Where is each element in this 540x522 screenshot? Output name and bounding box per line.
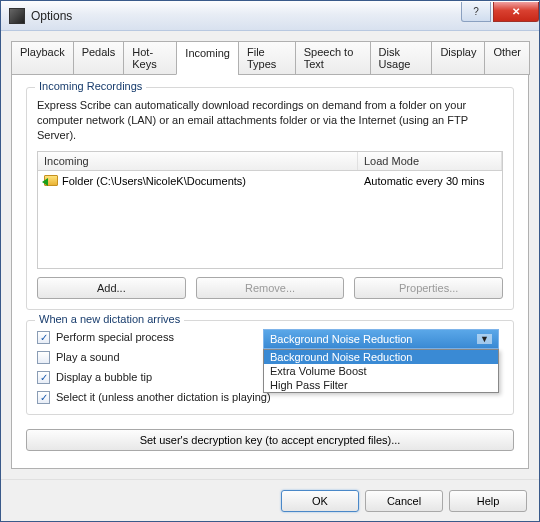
window-title: Options bbox=[31, 9, 461, 23]
footer: OK Cancel Help bbox=[1, 479, 539, 521]
tab-hotkeys[interactable]: Hot-Keys bbox=[123, 41, 177, 75]
set-decryption-key-button[interactable]: Set user's decryption key (to accept enc… bbox=[26, 429, 514, 451]
tab-speech[interactable]: Speech to Text bbox=[295, 41, 371, 75]
row-mode: Automatic every 30 mins bbox=[358, 173, 502, 189]
folder-icon bbox=[44, 175, 58, 186]
remove-button[interactable]: Remove... bbox=[196, 277, 345, 299]
tab-incoming[interactable]: Incoming bbox=[176, 41, 239, 75]
client-area: Playback Pedals Hot-Keys Incoming File T… bbox=[1, 31, 539, 479]
incoming-listview[interactable]: Incoming Load Mode Folder (C:\Users\Nico… bbox=[37, 151, 503, 269]
row-label: Folder (C:\Users\NicoleK\Documents) bbox=[62, 175, 246, 187]
dropdown-selected: Background Noise Reduction bbox=[270, 333, 412, 345]
tab-playback[interactable]: Playback bbox=[11, 41, 74, 75]
dropdown-item[interactable]: Extra Volume Boost bbox=[264, 364, 498, 378]
checkbox-bubble[interactable]: ✓ bbox=[37, 371, 50, 384]
dropdown-list: Background Noise Reduction Extra Volume … bbox=[263, 349, 499, 393]
label-perform: Perform special process bbox=[56, 331, 174, 343]
checkbox-perform[interactable]: ✓ bbox=[37, 331, 50, 344]
tabpage-incoming: Incoming Recordings Express Scribe can a… bbox=[11, 74, 529, 469]
checkbox-sound[interactable] bbox=[37, 351, 50, 364]
ok-button[interactable]: OK bbox=[281, 490, 359, 512]
label-sound: Play a sound bbox=[56, 351, 120, 363]
tab-diskusage[interactable]: Disk Usage bbox=[370, 41, 433, 75]
close-icon[interactable]: ✕ bbox=[493, 2, 539, 22]
group-legend: When a new dictation arrives bbox=[35, 313, 184, 325]
chevron-down-icon[interactable]: ▼ bbox=[477, 334, 492, 344]
titlebar: Options ? ✕ bbox=[1, 1, 539, 31]
process-dropdown[interactable]: Background Noise Reduction ▼ Background … bbox=[263, 329, 499, 393]
label-select: Select it (unless another dictation is p… bbox=[56, 391, 271, 403]
checkbox-select[interactable]: ✓ bbox=[37, 391, 50, 404]
new-dictation-group: When a new dictation arrives ✓ Perform s… bbox=[26, 320, 514, 415]
add-button[interactable]: Add... bbox=[37, 277, 186, 299]
tab-display[interactable]: Display bbox=[431, 41, 485, 75]
help-button[interactable]: Help bbox=[449, 490, 527, 512]
tab-other[interactable]: Other bbox=[484, 41, 530, 75]
options-window: Options ? ✕ Playback Pedals Hot-Keys Inc… bbox=[0, 0, 540, 522]
tabstrip: Playback Pedals Hot-Keys Incoming File T… bbox=[11, 41, 529, 75]
dropdown-item[interactable]: High Pass Filter bbox=[264, 378, 498, 392]
incoming-recordings-group: Incoming Recordings Express Scribe can a… bbox=[26, 87, 514, 310]
label-bubble: Display a bubble tip bbox=[56, 371, 152, 383]
list-row[interactable]: Folder (C:\Users\NicoleK\Documents) Auto… bbox=[38, 171, 502, 191]
list-header: Incoming Load Mode bbox=[38, 152, 502, 171]
cancel-button[interactable]: Cancel bbox=[365, 490, 443, 512]
dropdown-item[interactable]: Background Noise Reduction bbox=[264, 350, 498, 364]
col-incoming[interactable]: Incoming bbox=[38, 152, 358, 170]
properties-button[interactable]: Properties... bbox=[354, 277, 503, 299]
help-button-icon[interactable]: ? bbox=[461, 2, 491, 22]
tab-filetypes[interactable]: File Types bbox=[238, 41, 296, 75]
app-icon bbox=[9, 8, 25, 24]
col-loadmode[interactable]: Load Mode bbox=[358, 152, 502, 170]
incoming-description: Express Scribe can automatically downloa… bbox=[37, 98, 503, 143]
tab-pedals[interactable]: Pedals bbox=[73, 41, 125, 75]
group-legend: Incoming Recordings bbox=[35, 80, 146, 92]
